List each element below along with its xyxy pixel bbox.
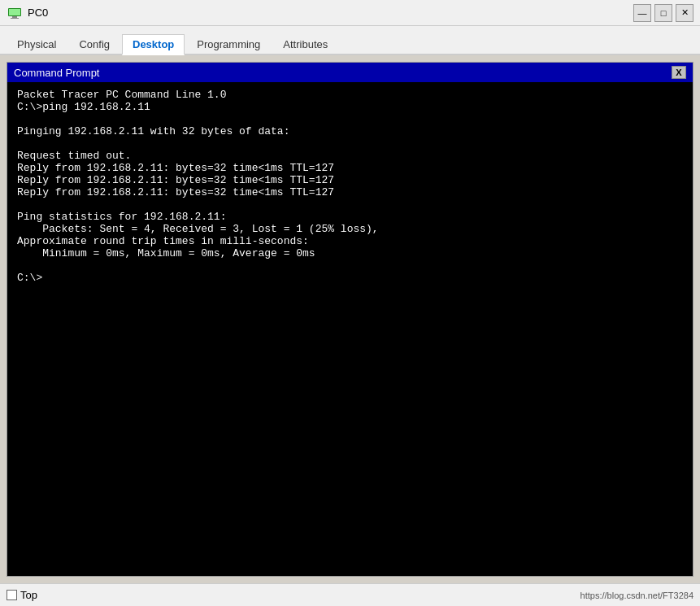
close-button[interactable]: ✕ xyxy=(676,4,693,22)
window-controls: — □ ✕ xyxy=(633,4,693,22)
cmd-title-bar: Command Prompt X xyxy=(7,63,693,82)
bottom-left: Top xyxy=(7,589,37,601)
maximize-button[interactable]: □ xyxy=(654,4,672,22)
top-checkbox[interactable] xyxy=(7,590,17,600)
tab-desktop[interactable]: Desktop xyxy=(122,34,185,55)
tab-bar: Physical Config Desktop Programming Attr… xyxy=(0,26,700,55)
tab-config[interactable]: Config xyxy=(68,34,120,54)
main-content: Command Prompt X Packet Tracer PC Comman… xyxy=(0,55,700,583)
window-title: PC0 xyxy=(28,7,633,19)
tab-physical[interactable]: Physical xyxy=(7,34,67,54)
tab-attributes[interactable]: Attributes xyxy=(272,34,338,54)
command-prompt-window: Command Prompt X Packet Tracer PC Comman… xyxy=(7,62,693,577)
cmd-title-text: Command Prompt xyxy=(14,67,99,79)
minimize-button[interactable]: — xyxy=(633,4,651,22)
tab-programming[interactable]: Programming xyxy=(186,34,271,54)
app-icon xyxy=(7,5,23,21)
title-bar: PC0 — □ ✕ xyxy=(0,0,700,26)
url-label: https://blog.csdn.net/FT3284 xyxy=(580,591,693,600)
svg-rect-1 xyxy=(12,16,17,18)
top-label: Top xyxy=(20,589,37,601)
bottom-bar: Top https://blog.csdn.net/FT3284 xyxy=(0,583,700,606)
svg-rect-3 xyxy=(9,9,20,15)
cmd-body[interactable]: Packet Tracer PC Command Line 1.0 C:\>pi… xyxy=(7,82,693,576)
cmd-close-button[interactable]: X xyxy=(672,66,686,79)
svg-rect-2 xyxy=(11,18,19,19)
